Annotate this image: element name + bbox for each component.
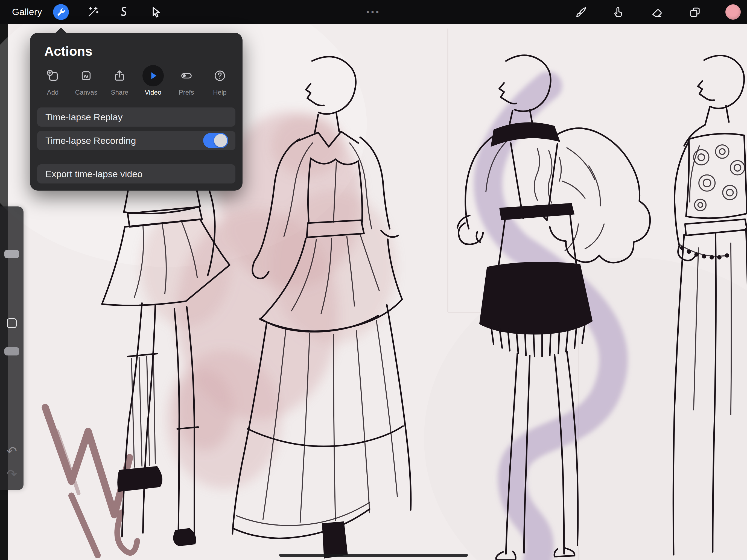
brush-icon xyxy=(575,6,588,18)
timelapse-replay-row[interactable]: Time-lapse Replay xyxy=(37,107,235,127)
opacity-handle[interactable] xyxy=(4,347,19,355)
timelapse-recording-toggle[interactable] xyxy=(203,133,228,148)
timelapse-recording-label: Time-lapse Recording xyxy=(45,135,136,146)
tab-prefs[interactable]: Prefs xyxy=(170,65,203,100)
export-timelapse-label: Export time-lapse video xyxy=(45,169,143,179)
video-play-icon xyxy=(147,70,159,81)
tab-share[interactable]: Share xyxy=(103,65,136,100)
canvas-options-handle[interactable]: ••• xyxy=(361,0,386,24)
layers-button[interactable] xyxy=(683,0,707,24)
color-button[interactable] xyxy=(721,0,745,24)
redo-icon[interactable]: ↷ xyxy=(6,468,17,480)
sidebar: ↶ ↷ xyxy=(0,206,24,490)
help-icon xyxy=(213,69,226,82)
modify-button[interactable] xyxy=(7,318,17,328)
color-swatch xyxy=(725,4,741,20)
canvas-icon xyxy=(80,69,93,82)
layers-icon xyxy=(689,6,701,18)
selection-button[interactable] xyxy=(111,0,136,24)
top-toolbar: Gallery ••• xyxy=(0,0,747,24)
prefs-toggle-icon xyxy=(180,69,193,82)
popup-title: Actions xyxy=(44,44,93,59)
erase-button[interactable] xyxy=(644,0,669,24)
opacity-slider[interactable] xyxy=(0,331,24,399)
home-indicator[interactable] xyxy=(279,554,468,557)
procreate-screen: Gallery ••• xyxy=(0,0,747,560)
tab-canvas[interactable]: Canvas xyxy=(70,65,103,100)
active-tool-highlight xyxy=(53,4,69,20)
gallery-button[interactable]: Gallery xyxy=(12,0,42,24)
export-timelapse-row[interactable]: Export time-lapse video xyxy=(37,164,235,183)
eraser-icon xyxy=(650,6,663,18)
transform-button[interactable] xyxy=(144,0,168,24)
actions-tabs: Add Canvas Share Video xyxy=(36,65,236,100)
smudge-finger-icon xyxy=(612,6,624,18)
smudge-button[interactable] xyxy=(606,0,630,24)
tab-video[interactable]: Video xyxy=(136,65,170,100)
timelapse-replay-label: Time-lapse Replay xyxy=(45,112,123,123)
timelapse-recording-row: Time-lapse Recording xyxy=(37,131,235,150)
tab-help[interactable]: Help xyxy=(203,65,236,100)
paint-brush-button[interactable] xyxy=(569,0,594,24)
add-icon xyxy=(46,69,59,82)
toggle-knob xyxy=(214,134,227,147)
undo-icon[interactable]: ↶ xyxy=(6,445,17,457)
wrench-icon xyxy=(56,7,66,17)
adjustments-button[interactable] xyxy=(81,0,105,24)
selection-s-icon xyxy=(118,6,130,18)
brush-size-slider[interactable] xyxy=(0,206,24,313)
brush-size-handle[interactable] xyxy=(4,250,19,258)
actions-popup: Actions Add Canvas Share xyxy=(30,33,242,190)
tab-add[interactable]: Add xyxy=(36,65,70,100)
arrow-cursor-icon xyxy=(150,6,162,18)
actions-button[interactable] xyxy=(49,0,73,24)
share-icon xyxy=(113,69,126,82)
magic-wand-icon xyxy=(87,6,99,18)
